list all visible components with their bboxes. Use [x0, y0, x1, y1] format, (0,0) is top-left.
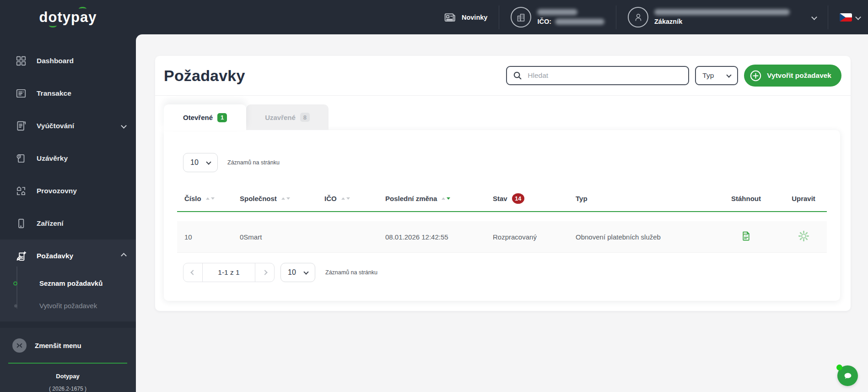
locations-icon [15, 185, 27, 197]
tabs: Otevřené 1 Uzavřené 8 [155, 104, 851, 130]
sidebar-item-vyuctovani[interactable]: Vyúčtování [0, 109, 136, 142]
sort-icons [281, 197, 290, 200]
company-texts: IČO: [537, 9, 604, 25]
chat-icon [842, 370, 853, 381]
collapse-menu-label: Zmenšit menu [35, 342, 81, 349]
column-header-cislo[interactable]: Číslo [177, 195, 240, 202]
cell-posledni-zmena: 08.01.2026 12:42:55 [385, 233, 493, 241]
download-pdf-button[interactable]: PDF [739, 229, 754, 245]
topbar: dotypay Novinky [0, 0, 868, 34]
type-filter-label: Typ [702, 71, 714, 80]
language-chevron-down-icon [855, 14, 861, 20]
sidebar-item-label: Vyúčtování [37, 122, 74, 130]
sidebar-item-transakce[interactable]: Transakce [0, 77, 136, 109]
column-header-posledni-zmena[interactable]: Poslední změna [385, 195, 493, 202]
topbar-divider [616, 5, 616, 29]
footer-version: ( 2026.2-1675 ) [8, 386, 127, 392]
search-input[interactable] [527, 71, 683, 80]
transactions-icon [15, 87, 27, 99]
next-page-button[interactable] [255, 263, 274, 282]
chevron-down-icon [206, 159, 211, 164]
cell-typ: Obnovení platebních služeb [576, 233, 713, 241]
create-request-button[interactable]: Vytvořit požadavek [744, 65, 841, 87]
sidebar-subitem-label: Seznam požadavků [39, 279, 102, 287]
sidebar-item-provozovny[interactable]: Provozovny [0, 174, 136, 207]
sidebar-item-dashboard[interactable]: Dashboard [0, 44, 136, 77]
search-icon [512, 71, 523, 81]
logo-arc-under-icon [49, 23, 57, 27]
topbar-divider [828, 5, 828, 29]
tab-uzavrene[interactable]: Uzavřené 8 [246, 104, 329, 130]
sidebar-item-label: Transakce [37, 89, 71, 98]
sidebar-item-label: Zařízení [37, 219, 64, 228]
company-switcher[interactable]: IČO: [511, 7, 604, 27]
column-header-spolecnost[interactable]: Společnost [240, 195, 324, 202]
sidebar-item-label: Dashboard [37, 57, 74, 65]
company-ico-label: IČO: [537, 18, 551, 25]
tab-count-badge: 1 [217, 113, 227, 122]
per-page-label: Záznamů na stránku [227, 159, 280, 166]
search-box [506, 66, 689, 85]
per-page-value: 10 [288, 268, 296, 277]
cell-stahnout: PDF [713, 229, 779, 245]
devices-icon [15, 218, 27, 229]
column-header-ico[interactable]: IČO [324, 195, 385, 202]
chevron-down-icon [303, 269, 308, 274]
column-header-typ: Typ [576, 195, 713, 202]
per-page-select-bottom[interactable]: 10 [280, 263, 315, 282]
collapse-menu-button[interactable]: Zmenšit menu [0, 334, 136, 356]
type-filter-select[interactable]: Typ [695, 66, 738, 85]
sidebar-section-pozadavky: Požadavky Seznam požadavků Vytvořit poža… [0, 240, 136, 321]
redacted-company-ico [555, 19, 604, 25]
footer-brand-name: Dotypay [8, 373, 127, 380]
chevron-up-icon [121, 253, 127, 259]
chevron-right-icon [262, 270, 267, 275]
billing-icon [15, 120, 27, 132]
pagination: 1-1 z 1 10 Záznamů na stránku [183, 263, 827, 282]
previous-page-button[interactable] [183, 263, 202, 282]
tab-label: Otevřené [183, 114, 213, 121]
per-page-select[interactable]: 10 [183, 153, 218, 172]
edit-gear-button[interactable] [796, 228, 812, 245]
header-controls: Typ Vytvořit požadavek [506, 65, 841, 87]
news-link[interactable]: Novinky [443, 11, 487, 24]
sidebar-item-label: Provozovny [37, 187, 77, 195]
column-label: Upravit [792, 195, 815, 202]
language-selector[interactable] [840, 13, 860, 22]
sidebar-item-zarizeni[interactable]: Zařízení [0, 207, 136, 240]
tab-label: Uzavřené [265, 114, 296, 121]
page-title: Požadavky [164, 67, 245, 85]
active-bullet-icon [13, 281, 17, 285]
column-label: IČO [324, 195, 337, 202]
brand-logo[interactable]: dotypay [39, 9, 97, 26]
cell-cislo: 10 [177, 233, 240, 241]
column-header-stav: Stav 14 [493, 193, 576, 204]
sidebar-item-pozadavky[interactable]: Požadavky [0, 240, 136, 272]
table-row: 10 0Smart 08.01.2026 12:42:55 Rozpracova… [177, 221, 827, 253]
per-page-control: 10 Záznamů na stránku [183, 153, 827, 172]
column-label: Číslo [184, 195, 201, 202]
plus-circle-icon [749, 70, 762, 82]
sidebar-item-label: Uzávěrky [37, 154, 68, 163]
tab-otevrene[interactable]: Otevřené 1 [164, 104, 246, 131]
cell-spolecnost: 0Smart [240, 233, 324, 241]
column-label: Společnost [240, 195, 277, 202]
create-request-label: Vytvořit požadavek [767, 71, 831, 80]
pozadavky-submenu: Seznam požadavků Vytvořit požadavek [0, 272, 136, 321]
customer-role-label: Zákazník [654, 18, 790, 25]
company-icon [511, 7, 531, 27]
app-root: dotypay Novinky [0, 0, 868, 392]
sidebar-item-uzaverky[interactable]: Uzávěrky [0, 142, 136, 174]
brand-logo-text: dotypay [39, 9, 97, 25]
chat-button[interactable] [837, 365, 858, 386]
pagination-range: 1-1 z 1 [202, 263, 255, 282]
sidebar-subitem-seznam-pozadavku[interactable]: Seznam požadavků [0, 272, 136, 294]
sort-icons-active-desc [442, 197, 450, 200]
news-icon [443, 11, 456, 24]
redacted-customer-email [654, 9, 790, 15]
column-label: Poslední změna [385, 195, 437, 202]
sidebar-footer: Dotypay ( 2026.2-1675 ) [8, 363, 127, 392]
sort-icons [206, 197, 215, 200]
customer-menu[interactable]: Zákazník [628, 7, 816, 27]
sidebar-subitem-vytvorit-pozadavek[interactable]: Vytvořit požadavek [0, 294, 136, 317]
